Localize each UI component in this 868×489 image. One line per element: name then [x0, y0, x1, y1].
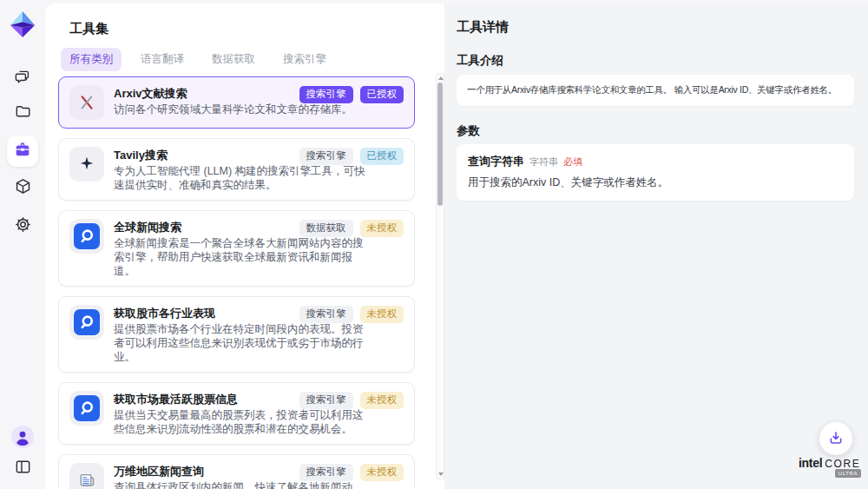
- category-badge: 数据获取: [299, 220, 353, 237]
- auth-status-badge: 未授权: [360, 464, 404, 481]
- download-button[interactable]: [819, 422, 852, 455]
- auth-status-badge: 已授权: [360, 86, 404, 103]
- tool-description: 全球新闻搜索是一个聚合全球各大新闻网站内容的搜索引擎，帮助用户快速获取全球最新资…: [114, 236, 367, 278]
- ultra-badge: ULTRA: [835, 469, 861, 478]
- tool-list: Arxiv文献搜索 访问各个研究领域大量科学论文和文章的存储库。 搜索引擎 已授…: [58, 76, 415, 489]
- category-badge: 搜索引擎: [299, 306, 353, 323]
- auth-status-badge: 未授权: [360, 306, 404, 323]
- list-scrollbar[interactable]: [436, 73, 444, 479]
- sidebar-item-tools[interactable]: [7, 135, 38, 167]
- sidebar-item-panel-toggle[interactable]: [7, 453, 38, 484]
- tab-all-categories[interactable]: 所有类别: [61, 48, 122, 71]
- q-news-icon: [69, 305, 104, 340]
- tool-badges: 搜索引擎 未授权: [299, 306, 404, 323]
- cube-icon: [14, 177, 32, 199]
- tool-badges: 搜索引擎 未授权: [299, 392, 404, 409]
- tool-description: 提供当天交易量最高的股票列表，投资者可以利用这些信息来识别流动性强的股票和潜在的…: [114, 408, 367, 436]
- category-badge: 搜索引擎: [299, 148, 353, 165]
- tool-description: 查询具体行政区划内的新闻，快速了解各地新闻动: [114, 480, 367, 489]
- auth-status-badge: 未授权: [360, 220, 404, 237]
- auth-status-badge: 已授权: [360, 148, 404, 165]
- user-avatar[interactable]: [7, 423, 38, 454]
- scroll-down-arrow[interactable]: [438, 472, 444, 476]
- core-wordmark: CORE: [825, 458, 860, 470]
- category-badge: 搜索引擎: [299, 464, 353, 481]
- tab-search-engine[interactable]: 搜索引擎: [274, 48, 335, 71]
- parameter-card: 查询字符串 字符串 必填 用于搜索的Arxiv ID、关键字或作者姓名。: [457, 144, 854, 201]
- download-icon: [827, 429, 845, 449]
- gear-icon: [14, 215, 32, 237]
- category-badge: 搜索引擎: [299, 392, 353, 409]
- folder-icon: [14, 102, 32, 124]
- app-root: 工具集 所有类别 语言翻译 数据获取 搜索引擎 Arxiv文献搜索 访问各个研究…: [0, 0, 868, 489]
- parameter-header: 查询字符串 字符串 必填: [468, 155, 843, 169]
- scroll-up-arrow[interactable]: [438, 76, 444, 80]
- sidebar-item-files[interactable]: [7, 97, 38, 129]
- tool-badges: 搜索引擎 已授权: [299, 86, 404, 103]
- tab-data-acquisition[interactable]: 数据获取: [203, 48, 264, 71]
- arxiv-x-icon: [69, 85, 104, 120]
- category-tabs: 所有类别 语言翻译 数据获取 搜索引擎: [61, 48, 335, 71]
- tool-badges: 搜索引擎 已授权: [299, 148, 404, 165]
- q-news-icon: [69, 219, 104, 254]
- tool-card[interactable]: Arxiv文献搜索 访问各个研究领域大量科学论文和文章的存储库。 搜索引擎 已授…: [58, 76, 415, 129]
- tool-card[interactable]: 获取股市各行业表现 提供股票市场各个行业在特定时间段内的表现。投资者可以利用这些…: [58, 296, 415, 373]
- tab-language-translation[interactable]: 语言翻译: [132, 48, 193, 71]
- tavily-sparkle-icon: [69, 147, 104, 182]
- intel-wordmark: intel: [799, 456, 822, 470]
- intel-core-logo: intelCORE ULTRA: [799, 455, 863, 478]
- detail-title: 工具详情: [457, 19, 509, 36]
- params-heading: 参数: [457, 123, 480, 139]
- page-title: 工具集: [69, 21, 108, 37]
- tool-description: 专为人工智能代理 (LLM) 构建的搜索引擎工具，可快速提供实时、准确和真实的结…: [114, 164, 367, 192]
- user-avatar-icon: [11, 426, 34, 452]
- parameter-description: 用于搜索的Arxiv ID、关键字或作者姓名。: [468, 175, 843, 190]
- intro-heading: 工具介绍: [457, 53, 503, 69]
- tool-description: 提供股票市场各个行业在特定时间段内的表现。投资者可以利用这些信息来识别表现优于或…: [114, 322, 367, 364]
- toolbox-icon: [13, 140, 32, 162]
- chat-icon: [14, 68, 32, 89]
- tool-card[interactable]: Tavily搜索 专为人工智能代理 (LLM) 构建的搜索引擎工具，可快速提供实…: [58, 138, 415, 201]
- app-logo: [8, 10, 37, 39]
- sidebar: [0, 0, 45, 489]
- q-news-icon: [69, 391, 104, 426]
- parameter-type: 字符串: [529, 155, 558, 169]
- sidebar-item-settings[interactable]: [7, 210, 38, 241]
- tool-intro-card: 一个用于从Arxiv存储库搜索科学论文和文章的工具。 输入可以是Arxiv ID…: [457, 75, 854, 106]
- parameter-required-flag: 必填: [563, 155, 582, 169]
- tool-card[interactable]: 万维地区新闻查询 查询具体行政区划内的新闻，快速了解各地新闻动 搜索引擎 未授权: [58, 454, 415, 489]
- auth-status-badge: 未授权: [360, 392, 404, 409]
- tool-description: 访问各个研究领域大量科学论文和文章的存储库。: [114, 102, 367, 116]
- sidebar-item-chat[interactable]: [7, 63, 38, 94]
- tool-detail-panel: 工具详情 工具介绍 一个用于从Arxiv存储库搜索科学论文和文章的工具。 输入可…: [444, 3, 868, 489]
- tool-card[interactable]: 获取市场最活跃股票信息 提供当天交易量最高的股票列表，投资者可以利用这些信息来识…: [58, 382, 415, 445]
- panel-toggle-icon: [14, 458, 32, 479]
- sidebar-item-models[interactable]: [7, 172, 38, 203]
- category-badge: 搜索引擎: [299, 86, 353, 103]
- newspaper-icon: [69, 463, 104, 489]
- tool-badges: 搜索引擎 未授权: [299, 464, 404, 481]
- scrollbar-thumb[interactable]: [437, 83, 443, 206]
- parameter-name: 查询字符串: [468, 155, 524, 168]
- tool-card[interactable]: 全球新闻搜索 全球新闻搜索是一个聚合全球各大新闻网站内容的搜索引擎，帮助用户快速…: [58, 210, 415, 287]
- tool-badges: 数据获取 未授权: [299, 220, 404, 237]
- main-content: 工具集 所有类别 语言翻译 数据获取 搜索引擎 Arxiv文献搜索 访问各个研究…: [45, 3, 868, 489]
